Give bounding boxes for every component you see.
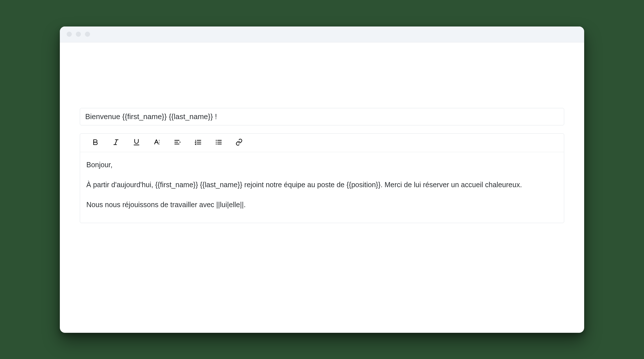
- editor-body[interactable]: Bonjour, À partir d'aujourd'hui, {{first…: [80, 152, 564, 223]
- underline-icon: [133, 138, 140, 147]
- svg-line-2: [115, 140, 117, 144]
- bold-button[interactable]: [91, 138, 100, 147]
- subject-input[interactable]: [80, 108, 564, 125]
- window-titlebar: [60, 26, 584, 42]
- window-minimize-dot[interactable]: [76, 32, 81, 37]
- numbered-list-icon: [194, 138, 202, 147]
- paragraph-spacer: [86, 172, 558, 179]
- align-icon: [174, 138, 181, 147]
- editor-container: Bonjour, À partir d'aujourd'hui, {{first…: [80, 133, 564, 223]
- body-paragraph-2: À partir d'aujourd'hui, {{first_name}} {…: [86, 179, 558, 190]
- window-maximize-dot[interactable]: [85, 32, 90, 37]
- textformat-icon: [153, 138, 161, 147]
- paragraph-spacer: [86, 191, 558, 199]
- svg-point-19: [216, 143, 217, 144]
- svg-point-5: [159, 140, 160, 141]
- svg-point-17: [216, 140, 217, 140]
- bulleted-list-icon: [215, 138, 222, 147]
- toolbar-group-paragraph: [173, 138, 223, 147]
- align-button[interactable]: [173, 138, 182, 147]
- svg-point-6: [159, 142, 160, 142]
- body-paragraph-1: Bonjour,: [86, 159, 558, 170]
- app-window: Bonjour, À partir d'aujourd'hui, {{first…: [60, 26, 584, 333]
- content-area: Bonjour, À partir d'aujourd'hui, {{first…: [60, 42, 584, 333]
- svg-point-7: [159, 144, 160, 144]
- toolbar-group-insert: [235, 138, 244, 147]
- svg-point-18: [216, 142, 217, 142]
- bold-icon: [92, 138, 99, 147]
- underline-button[interactable]: [132, 138, 141, 147]
- bulleted-list-button[interactable]: [214, 138, 223, 147]
- editor-toolbar: [80, 134, 564, 152]
- italic-button[interactable]: [111, 138, 121, 147]
- body-paragraph-3: Nous nous réjouissons de travailler avec…: [86, 199, 558, 210]
- toolbar-group-text: [91, 138, 162, 147]
- link-icon: [235, 138, 243, 147]
- numbered-list-button[interactable]: [193, 138, 203, 147]
- window-close-dot[interactable]: [67, 32, 72, 37]
- italic-icon: [112, 138, 120, 147]
- textformat-button[interactable]: [152, 138, 162, 147]
- link-button[interactable]: [235, 138, 244, 147]
